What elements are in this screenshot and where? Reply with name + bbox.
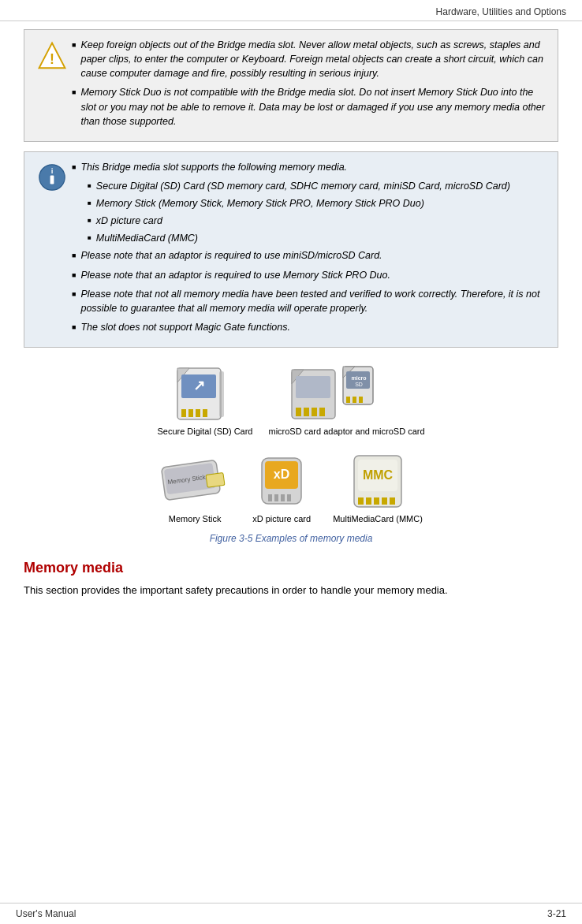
memory-stick-item: Memory Stick Memory Stick bbox=[159, 452, 230, 523]
svg-rect-13 bbox=[219, 371, 224, 417]
info-item-tested: Please note that not all memory media ha… bbox=[72, 287, 550, 315]
warning-content: Keep foreign objects out of the Bridge m… bbox=[72, 38, 550, 133]
svg-rect-43 bbox=[358, 497, 364, 505]
warning-triangle-icon: ! bbox=[37, 41, 67, 71]
svg-rect-10 bbox=[196, 409, 200, 417]
info-list: This Bridge media slot supports the foll… bbox=[72, 160, 550, 174]
mmc-card-item: MMC MultiMediaCard (MMC) bbox=[333, 452, 423, 523]
info-item-supports: This Bridge media slot supports the foll… bbox=[72, 160, 550, 174]
svg-text:SD: SD bbox=[355, 382, 363, 387]
svg-rect-47 bbox=[390, 497, 395, 505]
figure-caption: Figure 3-5 Examples of memory media bbox=[210, 533, 373, 544]
svg-rect-32 bbox=[206, 472, 225, 487]
page-header: Hardware, Utilities and Options bbox=[0, 0, 582, 21]
warning-list: Keep foreign objects out of the Bridge m… bbox=[72, 38, 550, 129]
sd-card-label: Secure Digital (SD) Card bbox=[157, 427, 252, 436]
svg-rect-17 bbox=[296, 408, 301, 416]
warning-icon: ! bbox=[32, 38, 72, 133]
info-sub-xd: xD picture card bbox=[88, 214, 550, 228]
svg-rect-9 bbox=[188, 409, 193, 417]
svg-rect-20 bbox=[319, 408, 325, 416]
microsd-item: micro SD microSD card adaptor and microS… bbox=[268, 360, 424, 436]
svg-text:xD: xD bbox=[274, 468, 289, 481]
memory-media-section: Memory media This section provides the i… bbox=[24, 560, 558, 598]
info-sub-ms: Memory Stick (Memory Stick, Memory Stick… bbox=[88, 196, 550, 211]
memory-stick-label: Memory Stick bbox=[169, 514, 222, 523]
info-content: This Bridge media slot supports the foll… bbox=[72, 160, 550, 339]
svg-rect-38 bbox=[281, 494, 285, 501]
info-box: i This Bridge media slot supports the fo… bbox=[24, 151, 558, 348]
warning-item-1: Keep foreign objects out of the Bridge m… bbox=[72, 38, 550, 80]
svg-text:i: i bbox=[51, 166, 54, 175]
warning-bullet-1: Keep foreign objects out of the Bridge m… bbox=[80, 38, 550, 80]
figure-row-1: ↗ Secure Digital (SD) Card bbox=[157, 360, 424, 436]
microsd-image: micro SD bbox=[288, 360, 406, 423]
info-item-msproduo: Please note that an adaptor is required … bbox=[72, 268, 550, 282]
header-title: Hardware, Utilities and Options bbox=[436, 6, 566, 17]
xd-card-label: xD picture card bbox=[252, 514, 311, 523]
xd-card-item: xD xD picture card bbox=[246, 452, 317, 523]
svg-rect-45 bbox=[374, 497, 379, 505]
sd-card-image: ↗ bbox=[166, 360, 244, 423]
svg-rect-25 bbox=[353, 397, 356, 403]
info-item-magicgate: The slot does not support Magic Gate fun… bbox=[72, 320, 550, 334]
svg-text:↗: ↗ bbox=[192, 378, 204, 393]
info-circle-icon: i bbox=[38, 163, 66, 192]
mmc-card-label: MultiMediaCard (MMC) bbox=[333, 514, 423, 523]
microsd-label: microSD card adaptor and microSD card bbox=[268, 427, 424, 436]
svg-text:micro: micro bbox=[351, 375, 366, 381]
figure-row-2: Memory Stick Memory Stick xD bbox=[159, 452, 423, 523]
sd-card-item: ↗ Secure Digital (SD) Card bbox=[157, 360, 252, 436]
svg-rect-11 bbox=[203, 409, 207, 417]
warning-item-2: Memory Stick Duo is not compatible with … bbox=[72, 85, 550, 128]
info-icon-container: i bbox=[32, 160, 72, 339]
svg-rect-8 bbox=[181, 409, 186, 417]
info-sub-list: Secure Digital (SD) Card (SD memory card… bbox=[72, 179, 550, 246]
svg-rect-26 bbox=[359, 397, 363, 403]
svg-rect-37 bbox=[274, 494, 278, 501]
info-item-minisd: Please note that an adaptor is required … bbox=[72, 248, 550, 263]
svg-text:!: ! bbox=[50, 51, 54, 67]
warning-bullet-2: Memory Stick Duo is not compatible with … bbox=[80, 85, 550, 128]
info-sub-sd: Secure Digital (SD) Card (SD memory card… bbox=[88, 179, 550, 193]
warning-box: ! Keep foreign objects out of the Bridge… bbox=[24, 29, 558, 142]
memory-media-text: This section provides the important safe… bbox=[24, 583, 558, 598]
svg-rect-36 bbox=[268, 494, 272, 501]
svg-rect-4 bbox=[50, 175, 54, 184]
xd-card-image: xD bbox=[246, 452, 317, 511]
info-sub-mmc: MultiMediaCard (MMC) bbox=[88, 231, 550, 245]
svg-rect-18 bbox=[304, 408, 309, 416]
svg-rect-16 bbox=[296, 376, 330, 398]
svg-text:MMC: MMC bbox=[363, 468, 394, 482]
footer-left: User's Manual bbox=[16, 908, 76, 919]
memory-stick-image: Memory Stick bbox=[159, 452, 230, 511]
page-footer: User's Manual 3-21 bbox=[0, 903, 582, 924]
footer-right: 3-21 bbox=[547, 908, 566, 919]
info-list-2: Please note that an adaptor is required … bbox=[72, 248, 550, 334]
svg-rect-24 bbox=[346, 397, 350, 403]
svg-rect-19 bbox=[312, 408, 317, 416]
memory-media-heading: Memory media bbox=[24, 560, 558, 576]
mmc-card-image: MMC bbox=[342, 452, 413, 511]
figure-section: ↗ Secure Digital (SD) Card bbox=[24, 360, 558, 555]
svg-rect-44 bbox=[366, 497, 371, 505]
svg-rect-39 bbox=[287, 494, 291, 501]
svg-rect-46 bbox=[382, 497, 387, 505]
